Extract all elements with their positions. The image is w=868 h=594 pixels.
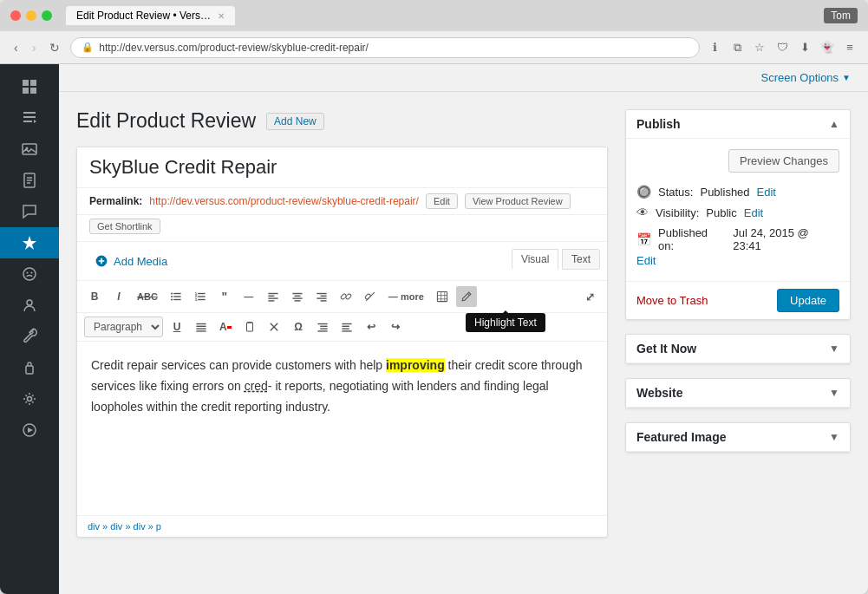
publish-toggle-icon[interactable]: ▲ (829, 118, 839, 130)
website-header[interactable]: Website ▼ (626, 379, 850, 408)
featured-image-header[interactable]: Featured Image ▼ (626, 423, 850, 452)
screen-options-button[interactable]: Screen Options (760, 71, 851, 84)
link-button[interactable] (336, 286, 356, 307)
hr-button[interactable]: — (238, 286, 259, 307)
info-icon[interactable]: ℹ (707, 40, 722, 55)
sidebar-item-posts[interactable] (0, 102, 59, 134)
highlight-pencil-button[interactable] (456, 286, 477, 307)
ghost-icon[interactable]: 👻 (819, 40, 835, 55)
published-edit-link[interactable]: Edit (636, 254, 839, 267)
ordered-list-button[interactable]: 1.2.3. (190, 286, 211, 307)
sidebar-item-users[interactable] (0, 290, 59, 321)
unordered-list-button[interactable] (166, 286, 186, 307)
align-center-button[interactable] (287, 286, 308, 307)
align-right-button[interactable] (311, 286, 332, 307)
editor-toolbar-row2: Paragraph U A (77, 313, 607, 342)
underline-button[interactable]: U (166, 317, 187, 337)
pages-icon (21, 172, 38, 189)
more-button[interactable]: — more (384, 286, 428, 307)
editor-box: Permalink: http://dev.versus.com/product… (76, 147, 608, 538)
sidebar-item-settings[interactable] (0, 383, 59, 414)
forward-button[interactable]: › (29, 39, 40, 56)
sidebar-item-plugins[interactable] (0, 352, 59, 383)
layers-icon[interactable]: ⧉ (729, 40, 745, 55)
outdent-button[interactable] (336, 317, 357, 337)
sidebar-item-play[interactable] (0, 414, 59, 446)
svg-rect-34 (294, 296, 300, 297)
featured-image-toggle-icon[interactable]: ▼ (829, 431, 839, 443)
sidebar-item-active[interactable] (0, 227, 59, 258)
italic-button[interactable]: I (108, 286, 129, 307)
website-title: Website (636, 386, 682, 400)
omega-button[interactable]: Ω (288, 317, 309, 337)
svg-rect-47 (196, 323, 206, 324)
refresh-button[interactable]: ↻ (46, 39, 63, 56)
website-toggle-icon[interactable]: ▼ (829, 387, 839, 399)
publish-box-header[interactable]: Publish ▲ (626, 110, 850, 139)
browser-tab[interactable]: Edit Product Review • Vers… ✕ (66, 6, 235, 25)
tab-close-icon[interactable]: ✕ (218, 11, 225, 21)
menu-icon[interactable]: ≡ (842, 40, 858, 55)
bold-button[interactable]: B (84, 286, 105, 307)
add-new-button[interactable]: Add New (266, 113, 324, 130)
sidebar-item-tools[interactable] (0, 321, 59, 352)
indent-button[interactable] (312, 317, 333, 337)
unlink-button[interactable] (360, 286, 381, 307)
sidebar-item-comments[interactable] (0, 196, 59, 227)
get-shortlink-button[interactable]: Get Shortlink (89, 219, 160, 234)
view-product-review-button[interactable]: View Product Review (465, 193, 571, 209)
text-tab[interactable]: Text (562, 249, 600, 270)
add-media-button[interactable]: Add Media (95, 251, 167, 271)
permalink-url[interactable]: http://dev.versus.com/product-review/sky… (149, 195, 419, 207)
add-media-label: Add Media (114, 255, 167, 268)
back-button[interactable]: ‹ (10, 39, 22, 56)
strikethrough-button[interactable]: ABC (133, 286, 162, 307)
sidebar-item-pages[interactable] (0, 165, 59, 196)
status-edit-link[interactable]: Edit (757, 186, 776, 199)
posts-icon (21, 109, 38, 127)
table-button[interactable] (432, 286, 453, 307)
lock-icon: 🔒 (82, 42, 94, 53)
visual-tab[interactable]: Visual (512, 249, 558, 270)
svg-point-17 (171, 292, 173, 294)
svg-point-19 (171, 296, 173, 297)
move-to-trash-link[interactable]: Move to Trash (636, 294, 708, 307)
publish-box-body: Preview Changes 🔘 Status: Published Edit… (626, 139, 850, 281)
blockquote-button[interactable]: " (214, 286, 235, 307)
close-button[interactable] (10, 10, 21, 21)
justify-button[interactable] (191, 317, 212, 337)
update-button[interactable]: Update (777, 289, 839, 312)
post-title-input[interactable] (77, 147, 607, 188)
paragraph-select[interactable]: Paragraph (84, 317, 163, 337)
maximize-button[interactable] (42, 10, 52, 21)
redo-button[interactable]: ↪ (385, 317, 406, 337)
svg-rect-40 (320, 300, 326, 301)
undo-button[interactable]: ↩ (361, 317, 382, 337)
bookmark-icon[interactable]: ☆ (752, 40, 767, 55)
permalink-edit-button[interactable]: Edit (426, 193, 458, 209)
svg-rect-29 (268, 293, 277, 294)
sidebar-item-dashboard[interactable] (0, 71, 59, 102)
svg-rect-57 (317, 330, 327, 331)
align-right-icon (316, 290, 328, 303)
permalink-bar: Permalink: http://dev.versus.com/product… (77, 188, 607, 215)
visibility-edit-link[interactable]: Edit (744, 206, 763, 219)
get-it-now-header[interactable]: Get It Now ▼ (626, 335, 850, 363)
shield-icon[interactable]: 🛡 (774, 40, 790, 55)
sidebar-item-appearance[interactable] (0, 258, 59, 290)
align-left-button[interactable] (263, 286, 284, 307)
minimize-button[interactable] (26, 10, 36, 21)
clear-format-button[interactable] (264, 317, 284, 337)
users-icon (21, 297, 38, 314)
text-color-button[interactable]: A (215, 317, 236, 337)
paste-text-button[interactable] (239, 317, 260, 337)
get-it-now-toggle-icon[interactable]: ▼ (829, 343, 839, 355)
preview-changes-button[interactable]: Preview Changes (728, 149, 839, 173)
download-icon[interactable]: ⬇ (797, 40, 813, 55)
editor-content[interactable]: Credit repair services can provide custo… (77, 342, 607, 515)
expand-button[interactable]: ⤢ (579, 286, 600, 307)
svg-rect-0 (23, 80, 29, 86)
address-bar[interactable]: 🔒 http://dev.versus.com/product-review/s… (70, 37, 700, 58)
svg-rect-14 (26, 366, 33, 374)
sidebar-item-media[interactable] (0, 134, 59, 165)
